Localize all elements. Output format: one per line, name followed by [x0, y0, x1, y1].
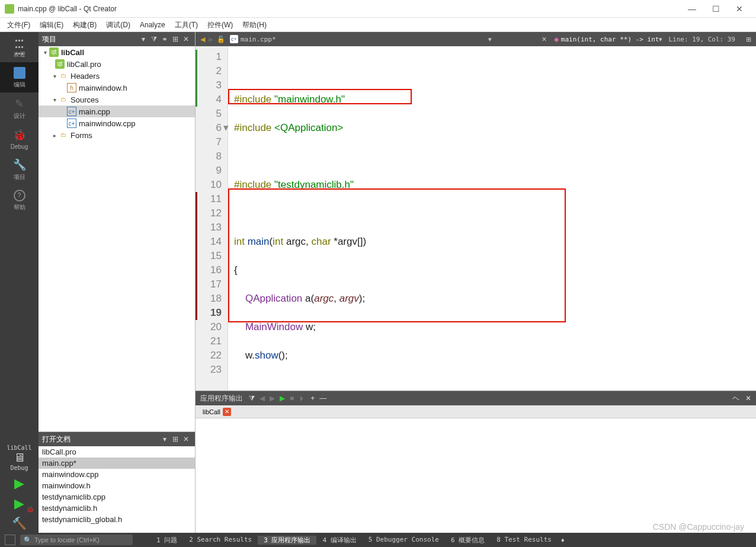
mode-debug[interactable]: 🐞 Debug	[0, 124, 39, 153]
status-tab[interactable]: 3 应用程序输出	[258, 536, 316, 545]
doc-item[interactable]: mainwindow.cpp	[39, 469, 195, 480]
cpp-file-icon: c+	[230, 35, 238, 43]
plus-icon[interactable]: +	[310, 394, 315, 402]
kit-selector[interactable]: libCall 🖥 Debug	[1, 442, 39, 474]
tree-item[interactable]: c+main.cpp	[39, 105, 195, 117]
monitor-icon: 🖥	[1, 451, 39, 465]
play-icon: ▶	[1, 476, 39, 491]
dropdown-icon[interactable]: ▾	[159, 435, 170, 443]
line-gutter[interactable]: 12345 6 ▾ 7891011 1213141516 1718192021 …	[196, 46, 228, 391]
maximize-button[interactable]: ☐	[704, 1, 728, 17]
close-panel-icon[interactable]: ✕	[181, 435, 191, 443]
doc-item[interactable]: main.cpp*	[39, 458, 195, 469]
cpp-file-icon: c+	[67, 107, 76, 116]
stop-icon[interactable]: ■	[290, 394, 294, 402]
build-button[interactable]: 🔨	[1, 514, 39, 533]
status-tab[interactable]: 1 问题	[150, 536, 183, 545]
play-bug-icon: ▶🐞	[1, 496, 39, 511]
tree-forms[interactable]: ▸🗀Forms	[39, 129, 195, 141]
mode-help[interactable]: ? 帮助	[0, 185, 39, 215]
tree-headers[interactable]: ▾🗀Headers	[39, 70, 195, 82]
attach-icon[interactable]: ⏵	[299, 394, 306, 402]
minus-icon[interactable]: —	[319, 394, 326, 402]
close-panel-icon[interactable]: ✕	[181, 35, 191, 43]
doc-item[interactable]: testdynamiclib.h	[39, 503, 195, 514]
cpp-file-icon: c+	[67, 119, 76, 128]
output-body[interactable]	[196, 418, 756, 533]
panes-dropdown-icon[interactable]: ♦	[561, 536, 565, 543]
h-file-icon: h	[67, 83, 76, 92]
current-file-label[interactable]: main.cpp*	[241, 36, 276, 43]
run-button[interactable]: ▶	[1, 474, 39, 494]
output-header: 应用程序输出 ⧩ ◀ ▶ ▶ ■ ⏵ + — ヘ	[196, 391, 756, 405]
menu-bar: 文件(F) 编辑(E) 构建(B) 调试(D) Analyze 工具(T) 控件…	[0, 18, 756, 32]
project-tree[interactable]: ▾qtlibCall qtlibCall.pro ▾🗀Headers hmain…	[39, 46, 195, 432]
menu-build[interactable]: 构建(B)	[68, 18, 101, 32]
collapse-icon[interactable]: ヘ	[732, 394, 739, 404]
tree-root[interactable]: ▾qtlibCall	[39, 46, 195, 58]
status-tab[interactable]: 6 概要信息	[445, 536, 491, 545]
status-tab[interactable]: 4 编译输出	[316, 536, 362, 545]
tree-sources[interactable]: ▾🗀Sources	[39, 94, 195, 105]
tree-item[interactable]: c+mainwindow.cpp	[39, 117, 195, 129]
close-button[interactable]: ✕	[728, 1, 751, 17]
status-panes: 1 问题 2 Search Results 3 应用程序输出 4 编译输出 5 …	[150, 536, 558, 545]
folder-icon: 🗀	[59, 95, 68, 104]
split-editor-icon[interactable]: ⊞	[741, 36, 756, 43]
prev-icon[interactable]: ◀	[260, 394, 265, 402]
close-file-icon[interactable]: ✕	[542, 36, 547, 43]
mode-design[interactable]: ✎ 设计	[0, 92, 39, 124]
close-output-icon[interactable]: ✕	[745, 394, 751, 402]
diamond-icon: ◆	[554, 36, 559, 43]
design-icon: ✎	[0, 97, 39, 110]
mode-toolbar: 欢迎 编辑 ✎ 设计 🐞 Debug 🔧 项目 ? 帮助 libCall 🖥 D…	[0, 32, 39, 533]
nav-back-icon[interactable]: ◀	[200, 36, 205, 43]
hammer-icon: 🔨	[1, 516, 39, 530]
doc-item[interactable]: libCall.pro	[39, 446, 195, 458]
dropdown-icon[interactable]: ▾	[138, 35, 149, 43]
tree-item[interactable]: hmainwindow.h	[39, 82, 195, 94]
filter-icon[interactable]: ⧩	[149, 35, 159, 43]
menu-tools[interactable]: 工具(T)	[170, 18, 203, 32]
side-panel: 项目 ▾ ⧩ ⚭ ⊞ ✕ ▾qtlibCall qtlibCall.pro ▾🗀…	[39, 32, 196, 533]
function-locator[interactable]: main(int, char **) -> int	[561, 36, 659, 43]
status-tab[interactable]: 8 Test Results	[491, 536, 558, 545]
split-icon[interactable]: ⊞	[170, 435, 181, 443]
output-tab[interactable]: libCall✕	[199, 407, 235, 417]
open-docs-list[interactable]: libCall.pro main.cpp* mainwindow.cpp mai…	[39, 446, 195, 533]
progress-indicator[interactable]	[5, 535, 15, 545]
tree-pro[interactable]: qtlibCall.pro	[39, 58, 195, 70]
split-icon[interactable]: ⊞	[170, 35, 181, 43]
menu-analyze[interactable]: Analyze	[135, 18, 170, 32]
play-icon[interactable]: ▶	[280, 394, 285, 402]
doc-item[interactable]: testdynamiclib_global.h	[39, 514, 195, 525]
run-debug-button[interactable]: ▶🐞	[1, 494, 39, 514]
app-icon	[5, 4, 14, 14]
status-tab[interactable]: 2 Search Results	[183, 536, 258, 545]
doc-item[interactable]: mainwindow.h	[39, 480, 195, 491]
mode-projects[interactable]: 🔧 项目	[0, 153, 39, 185]
wrench-icon: 🔧	[0, 158, 39, 171]
menu-help[interactable]: 帮助(H)	[238, 18, 271, 32]
minimize-button[interactable]: —	[680, 1, 704, 17]
menu-widgets[interactable]: 控件(W)	[203, 18, 238, 32]
mode-welcome[interactable]: 欢迎	[0, 32, 39, 62]
project-icon: qt	[49, 47, 59, 57]
status-tab[interactable]: 5 Debugger Console	[363, 536, 445, 545]
lock-icon[interactable]: 🔓	[217, 36, 225, 43]
link-icon[interactable]: ⚭	[159, 35, 170, 43]
menu-debug[interactable]: 调试(D)	[101, 18, 135, 32]
mode-edit[interactable]: 编辑	[0, 62, 39, 92]
dropdown-icon[interactable]: ▾	[488, 36, 492, 43]
code-editor[interactable]: 12345 6 ▾ 7891011 1213141516 1718192021 …	[196, 46, 756, 391]
menu-file[interactable]: 文件(F)	[2, 18, 35, 32]
doc-item[interactable]: testdynamiclib.cpp	[39, 491, 195, 503]
nav-fwd-icon[interactable]: ▶	[209, 36, 213, 43]
locator-input[interactable]: 🔍Type to locate (Ctrl+K)	[20, 535, 133, 545]
close-tab-icon[interactable]: ✕	[223, 408, 231, 416]
next-icon[interactable]: ▶	[270, 394, 275, 402]
filter-icon[interactable]: ⧩	[249, 394, 255, 402]
output-panel: 应用程序输出 ⧩ ◀ ▶ ▶ ■ ⏵ + — ヘ	[196, 391, 756, 533]
menu-edit[interactable]: 编辑(E)	[35, 18, 68, 32]
code-content[interactable]: #include "mainwindow.h" #include <QAppli…	[228, 46, 756, 391]
